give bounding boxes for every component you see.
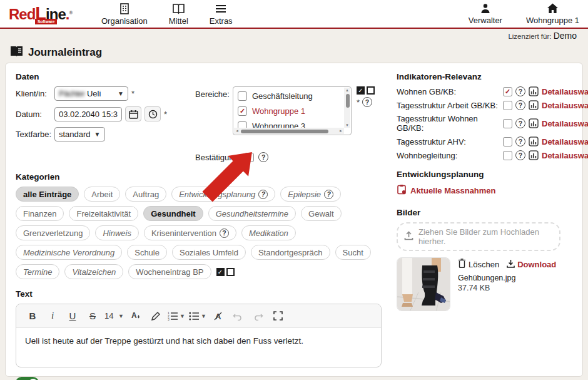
chart-icon[interactable]: [529, 150, 539, 160]
kategorie-tag[interactable]: Soziales Umfeld: [172, 245, 246, 260]
kategorie-tag[interactable]: Grenzverletzung: [16, 225, 90, 240]
help-icon[interactable]: [258, 190, 268, 199]
calendar-icon[interactable]: [125, 106, 141, 121]
bereiche-item-checkbox[interactable]: [238, 91, 247, 101]
indikator-checkbox[interactable]: [503, 151, 512, 160]
vertical-scrollbar-thumb[interactable]: [346, 94, 350, 108]
help-icon[interactable]: [324, 190, 333, 199]
kategorie-tag[interactable]: Standortgespräch: [251, 245, 330, 260]
detailauswahl-link[interactable]: Detailauswahl: [542, 119, 588, 128]
horizontal-scrollbar-thumb[interactable]: [241, 130, 328, 133]
kategorie-tag-label: Termine: [23, 267, 52, 277]
indikator-row: Wohnen GB/KB:Detailauswahl: [397, 86, 588, 96]
editor-content[interactable]: Ueli ist heute auf der Treppe gestürzt u…: [16, 328, 381, 367]
help-icon[interactable]: [515, 86, 525, 96]
indikator-checkbox[interactable]: [503, 119, 512, 128]
italic-button[interactable]: i: [44, 307, 61, 325]
ordered-list-button[interactable]: 123▼: [168, 307, 185, 325]
kategorie-tag[interactable]: alle Einträge: [16, 187, 79, 202]
help-icon[interactable]: [515, 136, 525, 146]
indikator-checkbox[interactable]: [503, 101, 512, 110]
kategorie-tag[interactable]: Sucht: [335, 245, 371, 260]
svg-text:A: A: [131, 311, 137, 320]
select-all-icon[interactable]: ✓: [357, 86, 365, 95]
help-icon[interactable]: [362, 97, 372, 107]
help-icon[interactable]: [515, 118, 525, 128]
kategorie-tag[interactable]: Entwicklungsplanung: [171, 187, 275, 202]
clock-icon[interactable]: [144, 106, 161, 121]
detailauswahl-link[interactable]: Detailauswahl: [542, 101, 588, 110]
kategorie-tag[interactable]: Gewalt: [301, 206, 341, 221]
detailauswahl-link[interactable]: Detailauswahl: [542, 137, 588, 146]
image-dropzone[interactable]: Ziehen Sie Bilder zum Hochladen hierher.: [397, 222, 560, 251]
kategorie-tag[interactable]: Schule: [127, 245, 167, 260]
help-icon[interactable]: [515, 150, 525, 160]
klient-label: Klient/in:: [16, 89, 54, 98]
fullscreen-button[interactable]: [270, 307, 286, 325]
kategorie-tag[interactable]: Arbeit: [84, 187, 120, 202]
bereiche-item-checkbox[interactable]: [238, 106, 247, 116]
kategorie-tag[interactable]: Finanzen: [16, 206, 64, 221]
kategorie-tag[interactable]: Hinweis: [95, 225, 139, 240]
chart-icon[interactable]: [529, 118, 539, 128]
download-image-button[interactable]: Download: [507, 259, 556, 270]
bullet-list-button[interactable]: ▼: [189, 307, 206, 325]
kategorie-tag-label: Grenzverletzung: [23, 229, 83, 238]
help-icon[interactable]: [515, 100, 525, 110]
font-color-button[interactable]: A: [128, 307, 144, 325]
detailauswahl-link[interactable]: Detailauswahl: [542, 87, 588, 96]
image-size: 37.74 KB: [458, 284, 556, 292]
nav-item-organisation[interactable]: Organisation: [101, 3, 148, 26]
nav-item-extras[interactable]: Extras: [210, 3, 233, 26]
indikator-checkbox[interactable]: [503, 87, 512, 96]
kategorie-tag[interactable]: Gesundheit: [143, 206, 203, 221]
chart-icon[interactable]: [529, 100, 539, 110]
indikator-checkbox[interactable]: [503, 137, 512, 146]
kategorie-tag[interactable]: Gesundheitstermine: [208, 206, 296, 221]
delete-image-button[interactable]: Löschen: [458, 259, 499, 270]
font-size-dropdown[interactable]: 14 ▼: [104, 307, 124, 325]
detailauswahl-link[interactable]: Detailauswahl: [542, 151, 588, 160]
download-icon: [507, 259, 515, 270]
kategorie-tag[interactable]: Freizeitaktivität: [69, 206, 138, 221]
autosave-toggle[interactable]: [16, 377, 39, 380]
kategorie-tag[interactable]: Auftrag: [125, 187, 166, 202]
undo-button[interactable]: [230, 307, 246, 325]
kategorie-tag[interactable]: Vitalzeichen: [64, 264, 123, 279]
bereiche-list-item[interactable]: Geschäftsleitung: [238, 88, 343, 103]
clear-format-button[interactable]: A: [210, 307, 226, 325]
kategorie-tag-label: Krisenintervention: [151, 229, 216, 238]
kategorie-tag[interactable]: Epilepsie: [280, 187, 341, 202]
kategorie-tag[interactable]: Medikation: [241, 225, 296, 240]
chart-icon[interactable]: [529, 136, 539, 146]
strikethrough-button[interactable]: S: [84, 307, 101, 325]
bereiche-listbox[interactable]: GeschäftsleitungWohngruppe 1Wohngruppe 3…: [233, 86, 352, 135]
nav-item-verwalter[interactable]: Verwalter: [469, 3, 502, 25]
redline-logo[interactable]: RedLine.® Software: [9, 1, 71, 26]
chart-icon[interactable]: [529, 86, 539, 96]
aktuelle-massnahmen-link[interactable]: Aktuelle Massnahmen: [397, 184, 588, 197]
kategorie-tag-label: Arbeit: [91, 190, 113, 199]
nav-item-wohngruppe[interactable]: Wohngruppe 1: [526, 3, 579, 25]
help-icon[interactable]: [220, 229, 229, 238]
datum-input[interactable]: [54, 107, 122, 121]
nav-item-mittel[interactable]: Mittel: [169, 3, 188, 26]
kategorie-tag[interactable]: Termine: [16, 264, 59, 279]
kategorie-tag[interactable]: Krisenintervention: [144, 225, 236, 240]
kategorie-tag[interactable]: Medizinische Verordnung: [16, 245, 122, 260]
bold-button[interactable]: B: [24, 307, 41, 325]
redo-button[interactable]: [250, 307, 266, 325]
bestaetigung-checkbox[interactable]: [245, 153, 254, 162]
highlighter-icon[interactable]: [148, 307, 164, 325]
deselect-all-icon[interactable]: [367, 86, 375, 95]
image-thumbnail[interactable]: [397, 257, 450, 311]
kategorie-tag[interactable]: Wocheneintrag BP: [128, 264, 211, 279]
bereiche-list-item[interactable]: Wohngruppe 1: [238, 103, 343, 118]
klient-select[interactable]: Pächter Ueli ▼: [54, 86, 128, 101]
select-all-icon[interactable]: ✓: [216, 268, 225, 276]
help-icon[interactable]: [258, 152, 268, 162]
underline-button[interactable]: U: [64, 307, 81, 325]
deselect-all-icon[interactable]: [226, 268, 235, 276]
chevron-down-icon: ▼: [180, 313, 185, 319]
textfarbe-select[interactable]: standard ▼: [54, 127, 105, 141]
